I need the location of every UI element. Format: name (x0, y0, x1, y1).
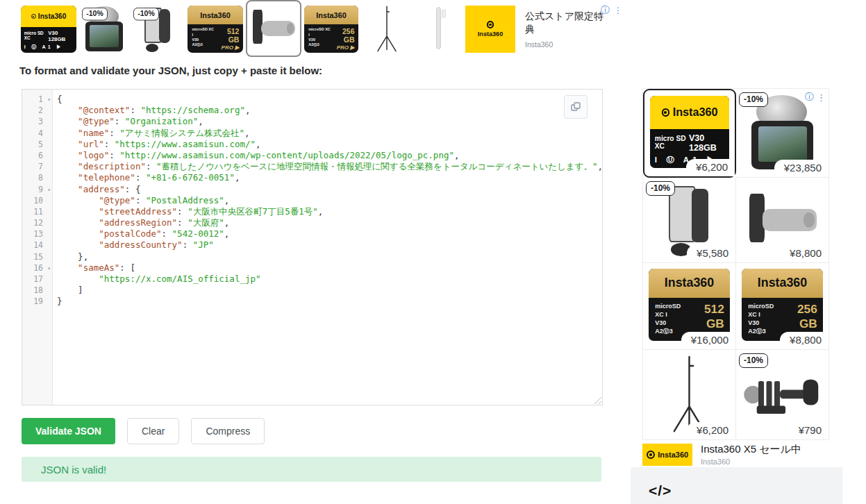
ad-footer-advertiser: Insta360 (701, 457, 801, 467)
fold-toggle-icon[interactable]: ▾ (47, 263, 51, 274)
discount-badge: -10% (739, 353, 768, 368)
product-image-sdpro: Insta360microSD XC IV30A2Ⓤ3256 GBPRO ▶ (304, 6, 358, 53)
ad-product-card[interactable]: Insta360micro SD XCV30 128GBI Ⓤ A1 ▶¥6,2… (643, 89, 736, 178)
ad-product-card[interactable]: -10%¥790 (736, 350, 829, 440)
code-line[interactable]: "https://x.com/AIS_official_jp" (57, 274, 599, 285)
product-price: ¥16,000 (681, 332, 735, 349)
ad-thumbnail-sdpro[interactable]: Insta360microSD XC IV30A2Ⓤ3256 GBPRO ▶ (303, 4, 360, 54)
clear-button[interactable]: Clear (127, 418, 179, 444)
code-line[interactable]: "addressRegion": "大阪府", (57, 217, 599, 228)
ad-info-icon[interactable]: ⓘ (805, 91, 814, 103)
ad-menu-icon[interactable]: ⋮ (817, 92, 826, 103)
product-image-tripod (363, 6, 411, 53)
ad-footer-title[interactable]: Insta360 X5 セール中 (701, 443, 801, 456)
banner-items: Insta360micro SD XCV30 128GBI Ⓤ A1 ▶-10%… (19, 3, 518, 55)
code-line[interactable]: "postalCode": "542-0012", (57, 228, 599, 240)
line-number: 4 (22, 128, 52, 139)
product-image-logotile: Insta360 (465, 6, 515, 53)
line-number: 3 (22, 116, 52, 127)
code-lines[interactable]: { "@context": "https://schema.org", "@ty… (53, 90, 602, 405)
code-line[interactable]: "address": { (57, 184, 599, 195)
ad-product-card[interactable]: -10%ⓘ⋮¥23,850 (736, 89, 829, 178)
ad-grid: Insta360micro SD XCV30 128GBI Ⓤ A1 ▶¥6,2… (642, 88, 828, 440)
code-line[interactable]: "addressCountry": "JP" (57, 240, 599, 251)
code-line[interactable]: }, (57, 251, 599, 262)
ad-thumbnail-grip[interactable]: -10% (131, 4, 185, 54)
ad-info-icon[interactable]: ⓘ (601, 4, 610, 17)
fold-toggle-icon[interactable]: ▾ (47, 94, 51, 106)
discount-badge: -10% (82, 8, 108, 20)
product-price: ¥23,850 (774, 160, 828, 177)
ad-thumbnail-sd128[interactable]: Insta360micro SD XCV30 128GBI Ⓤ A1 ▶ (19, 4, 78, 54)
code-line[interactable]: "description": "蓄積したノウハウをベースに地理空間情報・情報処理… (57, 161, 599, 172)
ad-product-card[interactable]: ¥6,200 (643, 350, 736, 440)
product-image-wrap: Insta360microSD XC IV30A2Ⓤ3256 GBPRO ▶ (742, 269, 823, 341)
ad-footer[interactable]: Insta360 Insta360 X5 セール中 Insta360 (642, 440, 828, 469)
product-image-sdpro: Insta360microSD XC IV30A2Ⓤ3256 GBPRO ▶ (742, 269, 823, 341)
line-number: 10 (22, 195, 52, 206)
line-number: 7 (22, 161, 52, 172)
ad-headline: 公式ストア限定特典 (525, 10, 607, 36)
insta360-ring-icon (647, 451, 655, 459)
product-price: ¥8,800 (780, 245, 828, 262)
fold-toggle-icon[interactable]: ▾ (47, 185, 51, 196)
ad-product-card[interactable]: Insta360microSD XC IV30A2Ⓤ3256 GBPRO ▶¥8… (736, 263, 829, 350)
code-line[interactable]: "url": "https://www.asamisun.com/", (57, 139, 599, 150)
copy-icon (570, 101, 581, 112)
json-editor[interactable]: 1▾23456789▾10111213141516▾171819 { "@con… (22, 89, 603, 405)
line-number: 9▾ (22, 184, 52, 195)
page-title: To format and validate your JSON, just c… (19, 65, 322, 76)
line-number: 14 (22, 240, 52, 251)
product-price: ¥6,200 (687, 422, 735, 439)
validate-json-button[interactable]: Validate JSON (22, 418, 115, 444)
line-number: 5 (22, 139, 52, 150)
line-number: 15 (22, 251, 52, 262)
code-line[interactable]: "@context": "https://schema.org", (57, 105, 599, 116)
ad-advertiser: Insta360 (525, 40, 607, 49)
code-line[interactable]: "streetAddress": "大阪市中央区谷町7丁目5番1号", (57, 206, 599, 217)
code-line[interactable]: "@type": "PostalAddress", (57, 195, 599, 206)
product-image-wrap: Insta360micro SD XCV30 128GBI Ⓤ A1 ▶ (650, 96, 729, 168)
copy-button[interactable] (564, 95, 588, 119)
code-line[interactable]: "logo": "http://www.asamisun.com/wp-cont… (57, 150, 599, 161)
ad-thumbnail-stick[interactable] (414, 4, 463, 54)
code-line[interactable]: "name": "アサミ情報システム株式会社", (57, 128, 599, 139)
product-price: ¥6,200 (686, 159, 735, 176)
line-number: 1▾ (22, 94, 52, 105)
line-number: 13 (22, 228, 52, 240)
discount-badge: -10% (133, 8, 159, 20)
ad-thumbnail-sdpro[interactable]: Insta360microSD XC IV30A2Ⓤ3512 GBPRO ▶ (186, 4, 244, 54)
top-banner-ad[interactable]: Insta360micro SD XCV30 128GBI Ⓤ A1 ▶-10%… (19, 3, 624, 55)
ad-thumbnail-gripcam[interactable] (246, 0, 301, 57)
ad-thumbnail-logotile[interactable]: Insta360 (464, 4, 517, 54)
compress-button[interactable]: Compress (191, 418, 265, 444)
line-number: 12 (22, 217, 52, 228)
product-image-sd128: Insta360micro SD XCV30 128GBI Ⓤ A1 ▶ (650, 96, 729, 168)
code-widget-panel: </> (631, 467, 842, 504)
ad-product-card[interactable]: ¥8,800 (736, 178, 829, 263)
discount-badge: -10% (739, 92, 768, 107)
product-price: ¥8,800 (780, 332, 828, 349)
code-line[interactable]: "sameAs": [ (57, 262, 599, 274)
code-line[interactable]: } (57, 296, 599, 307)
editor-gutter: 1▾23456789▾10111213141516▾171819 (22, 90, 53, 405)
validation-status-message: JSON is valid! (22, 457, 601, 482)
ad-menu-icon[interactable]: ⋮ (614, 6, 622, 15)
line-number: 11 (22, 206, 52, 217)
code-line[interactable]: "@type": "Organization", (57, 116, 599, 127)
product-price: ¥790 (789, 422, 828, 439)
banner-text[interactable]: 公式ストア限定特典 Insta360 (525, 10, 607, 49)
code-line[interactable]: { (57, 94, 599, 105)
code-line[interactable]: ] (57, 285, 599, 296)
line-number: 2 (22, 105, 52, 116)
product-price: ¥5,580 (687, 245, 735, 262)
ad-thumbnail-tripod[interactable] (361, 4, 413, 54)
ad-product-card[interactable]: -10%¥5,580 (643, 178, 736, 263)
code-line[interactable]: "telephone": "+81-6-6762-0051", (57, 172, 599, 183)
line-number: 16▾ (22, 262, 52, 274)
product-image-stick (415, 6, 461, 53)
line-number: 19 (22, 296, 52, 307)
code-icon: </> (649, 482, 672, 499)
ad-product-card[interactable]: Insta360microSD XC IV30A2Ⓤ3512 GBPRO ▶¥1… (643, 263, 736, 350)
ad-thumbnail-cam[interactable]: -10% (79, 4, 129, 54)
